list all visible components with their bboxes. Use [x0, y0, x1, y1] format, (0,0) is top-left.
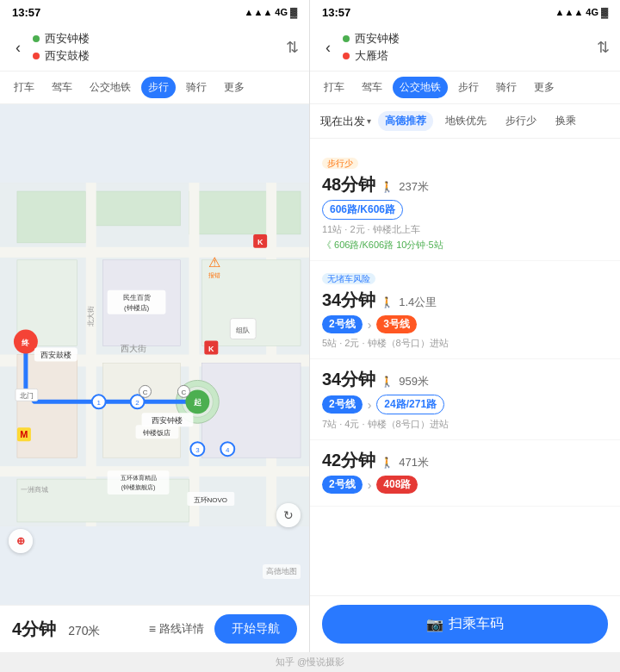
route-time-4: 42分钟 — [322, 449, 375, 472]
svg-text:1: 1 — [96, 399, 101, 407]
svg-rect-8 — [189, 183, 199, 526]
tab-transit-left[interactable]: 公交地铁 — [83, 77, 138, 98]
sort-icon-left[interactable]: ⇅ — [286, 38, 299, 57]
tab-drive-right[interactable]: 驾车 — [355, 77, 389, 98]
svg-text:(钟楼店): (钟楼店) — [124, 304, 150, 312]
battery-left: ▓ — [290, 7, 297, 17]
gaode-logo: 高德地图 — [263, 564, 301, 579]
walk-icon-4: 🚶 — [381, 457, 394, 469]
origin-dot — [33, 35, 40, 42]
svg-text:2: 2 — [135, 399, 140, 407]
route-detail-link[interactable]: ≡ 路线详情 — [149, 621, 204, 637]
svg-rect-2 — [95, 191, 181, 226]
route-dist-4: 471米 — [399, 455, 429, 470]
route-detail-2: 5站 · 2元 · 钟楼（8号口）进站 — [322, 337, 608, 350]
dest-dot — [33, 53, 40, 59]
network-left: 4G — [275, 7, 288, 17]
svg-text:终: 终 — [21, 339, 30, 347]
arrow-2: › — [368, 318, 372, 332]
route-detail-1b: 《 606路/K606路 10分钟·5站 — [322, 239, 608, 252]
route-card-2[interactable]: 无堵车风险 34分钟 🚶 1.4公里 2号线 › 3号线 5站 · 2元 · 钟… — [310, 261, 620, 359]
ride-code-label: 扫乘车码 — [449, 615, 504, 633]
tab-walk-left[interactable]: 步行 — [141, 77, 176, 98]
tab-bike-right[interactable]: 骑行 — [489, 77, 524, 98]
svg-text:西安钟楼: 西安钟楼 — [152, 416, 183, 425]
svg-text:组队: 组队 — [236, 327, 250, 334]
origin-label-right: 西安钟楼 — [355, 31, 400, 47]
tab-taxi-right[interactable]: 打车 — [317, 77, 351, 98]
dest-dot-right — [343, 53, 350, 59]
arrow-4: › — [368, 478, 372, 492]
route-card-4[interactable]: 42分钟 🚶 471米 2号线 › 408路 — [310, 440, 620, 507]
line-tag-2b: 2号线 — [322, 395, 363, 414]
line-tag-3: 3号线 — [376, 315, 417, 333]
route-time-1: 48分钟 — [322, 173, 375, 196]
depart-now[interactable]: 现在出发 — [320, 114, 371, 129]
filter-less-walk[interactable]: 步行少 — [499, 111, 543, 131]
route-time-2: 34分钟 — [322, 289, 375, 312]
summary-time: 4分钟 — [12, 618, 56, 641]
compass[interactable]: ⊕ — [9, 529, 33, 553]
walk-icon-1: 🚶 — [381, 181, 394, 193]
watermark: 知乎 @慢说摄影 — [0, 652, 620, 672]
origin-dot-right — [343, 35, 350, 42]
svg-text:北大街: 北大街 — [87, 306, 95, 327]
time-left: 13:57 — [12, 6, 40, 19]
svg-text:K: K — [257, 238, 264, 246]
svg-rect-7 — [86, 183, 96, 526]
route-time-3: 34分钟 — [322, 368, 375, 391]
tab-bike-left[interactable]: 骑行 — [179, 77, 214, 98]
filter-metro[interactable]: 地铁优先 — [438, 111, 493, 131]
route-dist-1: 237米 — [399, 179, 429, 195]
route-card-1[interactable]: 步行少 48分钟 🚶 237米 606路/K606路 11站 · 2元 · 钟楼… — [310, 146, 620, 261]
time-right: 13:57 — [322, 6, 350, 19]
tab-taxi-left[interactable]: 打车 — [7, 77, 41, 98]
summary-dist: 270米 — [68, 624, 100, 639]
svg-text:五环NOVO: 五环NOVO — [194, 496, 227, 504]
dest-label-left: 西安鼓楼 — [45, 48, 90, 64]
walk-icon-3: 🚶 — [381, 376, 394, 388]
route-card-3[interactable]: 34分钟 🚶 959米 2号线 › 24路/271路 7站 · 4元 · 钟楼（… — [310, 359, 620, 440]
origin-label-left: 西安钟楼 — [45, 31, 90, 47]
map-left: 起 终 西安钟楼 西安鼓楼 西大街 K K M — [0, 104, 309, 605]
svg-text:(钟楼旗舰店): (钟楼旗舰店) — [121, 484, 156, 491]
route-dist-2: 1.4公里 — [399, 295, 437, 310]
tab-more-left[interactable]: 更多 — [217, 77, 251, 98]
svg-text:报错: 报错 — [208, 272, 220, 278]
svg-rect-9 — [266, 183, 276, 526]
svg-text:北门: 北门 — [20, 392, 34, 400]
svg-text:西大街: 西大街 — [121, 345, 146, 354]
ride-code-button[interactable]: 📷 扫乘车码 — [322, 605, 608, 644]
svg-text:一洲商城: 一洲商城 — [21, 486, 48, 494]
svg-rect-3 — [189, 191, 301, 234]
svg-text:3: 3 — [195, 446, 200, 454]
svg-text:C: C — [182, 389, 187, 396]
tab-transit-right[interactable]: 公交地铁 — [393, 77, 448, 98]
line-tag-24: 24路/271路 — [376, 395, 444, 414]
signal-icon-left: ▲▲▲ — [245, 7, 273, 17]
refresh-button[interactable]: ↻ — [276, 503, 301, 527]
svg-rect-13 — [103, 363, 181, 457]
start-nav-button[interactable]: 开始导航 — [214, 614, 297, 644]
battery-right: ▓ — [601, 7, 608, 17]
tab-walk-right[interactable]: 步行 — [451, 77, 486, 98]
routes-list: 步行少 48分钟 🚶 237米 606路/K606路 11站 · 2元 · 钟楼… — [310, 139, 620, 595]
filter-transfer[interactable]: 换乘 — [549, 111, 583, 131]
walk-icon-2: 🚶 — [381, 296, 394, 308]
svg-text:M: M — [20, 429, 28, 439]
svg-text:西安鼓楼: 西安鼓楼 — [40, 351, 71, 359]
back-button-left[interactable]: ‹ — [10, 37, 26, 59]
sort-icon-right[interactable]: ⇅ — [597, 38, 610, 57]
svg-text:K: K — [208, 345, 214, 353]
filter-recommend[interactable]: 高德推荐 — [378, 111, 433, 131]
back-button-right[interactable]: ‹ — [320, 37, 336, 59]
tab-drive-left[interactable]: 驾车 — [45, 77, 79, 98]
svg-text:民生百货: 民生百货 — [123, 294, 151, 302]
route-detail-3: 7站 · 4元 · 钟楼（8号口）进站 — [322, 418, 608, 431]
line-tag-606: 606路/K606路 — [322, 200, 403, 220]
network-right: 4G — [586, 7, 598, 17]
svg-rect-4 — [0, 247, 309, 258]
line-tag-408: 408路 — [376, 476, 418, 494]
route-dist-3: 959米 — [399, 374, 429, 389]
tab-more-right[interactable]: 更多 — [527, 77, 561, 98]
